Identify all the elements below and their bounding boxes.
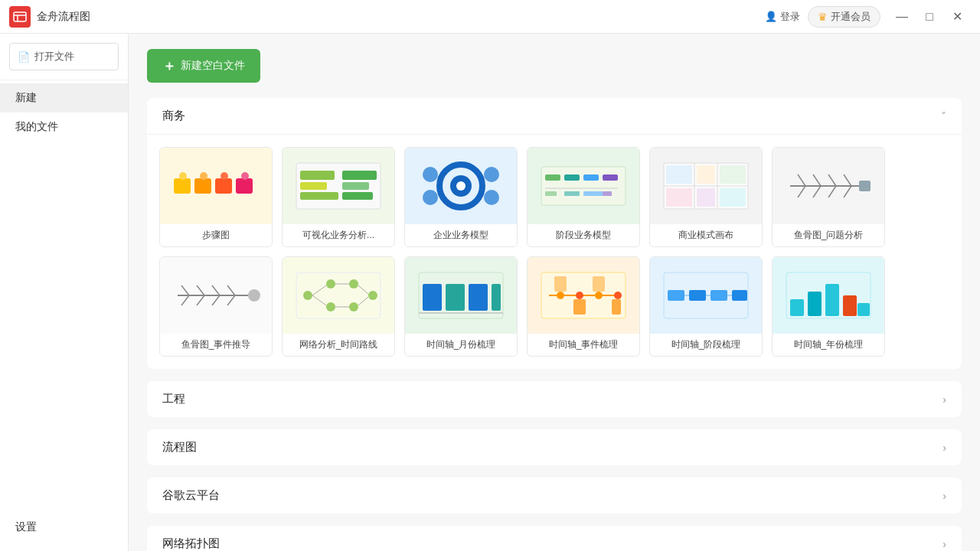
template-card-6[interactable]: 鱼骨图_问题分析: [772, 147, 885, 247]
svg-rect-93: [593, 276, 605, 292]
svg-rect-30: [603, 174, 618, 181]
chevron-icon-google-cloud: ›: [942, 490, 946, 502]
template-card-11[interactable]: 时间轴_阶段梳理: [649, 256, 763, 357]
template-thumb-9: [405, 257, 517, 334]
titlebar-right: 👤 登录 ♛ 开通会员 — □ ✕: [765, 3, 971, 31]
svg-rect-82: [469, 284, 488, 311]
svg-rect-6: [236, 178, 253, 194]
section-header-flowchart[interactable]: 流程图 ›: [147, 429, 962, 465]
template-grid: 步骤图 可视化业务分析... E: [159, 147, 949, 357]
svg-text:E: E: [459, 184, 463, 190]
svg-rect-108: [858, 303, 870, 316]
svg-point-8: [200, 172, 207, 180]
template-card-9[interactable]: 时间轴_月份梳理: [404, 256, 518, 357]
template-thumb-10: [528, 257, 639, 334]
template-label-12: 时间轴_年份梳理: [773, 334, 884, 356]
svg-line-54: [828, 186, 836, 197]
template-card-5[interactable]: 商业模式画布: [649, 147, 763, 247]
template-card-8[interactable]: 网络分析_时间路线: [282, 256, 395, 357]
svg-point-24: [423, 190, 438, 205]
section-title-google-cloud: 谷歌云平台: [162, 488, 220, 503]
svg-rect-40: [666, 165, 692, 184]
template-thumb-12: [773, 257, 884, 334]
content-area: ＋ 新建空白文件 商务 ˅ 步骤图: [129, 34, 980, 551]
template-thumb-11: [650, 257, 762, 334]
sidebar-item-my-files[interactable]: 我的文件: [0, 112, 128, 142]
crown-icon: ♛: [818, 11, 828, 23]
section-header-business[interactable]: 商务 ˅: [147, 98, 962, 135]
svg-rect-41: [697, 165, 715, 184]
svg-rect-13: [300, 182, 327, 190]
template-label-6: 鱼骨图_问题分析: [773, 224, 884, 246]
svg-rect-35: [603, 191, 612, 196]
svg-point-87: [557, 292, 564, 299]
chevron-icon-network-topo: ›: [942, 538, 946, 550]
login-button[interactable]: 👤 登录: [765, 10, 800, 24]
svg-line-61: [227, 285, 235, 295]
svg-rect-99: [732, 290, 747, 301]
template-card-10[interactable]: 时间轴_事件梳理: [527, 256, 640, 357]
template-thumb-5: [650, 148, 762, 224]
template-label-3: 企业业务模型: [405, 224, 517, 246]
svg-line-50: [828, 174, 836, 186]
section-header-engineering[interactable]: 工程 ›: [147, 381, 962, 417]
svg-rect-42: [720, 165, 746, 184]
svg-rect-105: [808, 292, 822, 316]
section-flowchart: 流程图 ›: [147, 429, 962, 465]
svg-point-57: [248, 289, 260, 302]
section-title-network-topo: 网络拓扑图: [162, 536, 220, 551]
svg-rect-45: [720, 188, 746, 207]
template-thumb-1: [160, 148, 272, 224]
member-button[interactable]: ♛ 开通会员: [808, 6, 880, 28]
svg-rect-29: [583, 174, 599, 181]
svg-rect-32: [545, 191, 557, 196]
sidebar-item-new[interactable]: 新建: [0, 83, 128, 112]
template-card-1[interactable]: 步骤图: [159, 147, 273, 247]
svg-rect-94: [612, 299, 621, 315]
chevron-icon-engineering: ›: [942, 393, 946, 406]
template-thumb-7: [160, 257, 272, 334]
svg-point-23: [484, 167, 499, 182]
template-thumb-8: [283, 257, 394, 334]
svg-point-22: [423, 167, 438, 182]
new-file-button[interactable]: ＋ 新建空白文件: [147, 49, 260, 83]
svg-rect-0: [14, 12, 26, 21]
template-card-2[interactable]: 可视化业务分析...: [282, 147, 395, 247]
svg-point-25: [484, 190, 499, 205]
template-label-9: 时间轴_月份梳理: [405, 334, 517, 356]
section-network-topo: 网络拓扑图 ›: [147, 526, 962, 551]
svg-rect-106: [825, 284, 839, 316]
minimize-button[interactable]: —: [888, 3, 916, 31]
user-icon: 👤: [765, 11, 777, 22]
open-file-button[interactable]: 📄 打开文件: [9, 43, 119, 70]
chevron-icon-flowchart: ›: [942, 442, 946, 454]
svg-line-53: [813, 186, 821, 197]
template-card-7[interactable]: 鱼骨图_事件推导: [159, 256, 273, 357]
template-thumb-4: [528, 148, 639, 224]
sidebar-divider: [0, 80, 128, 80]
svg-line-55: [844, 186, 851, 197]
template-thumb-2: [283, 148, 394, 224]
template-card-3[interactable]: E 企业业务模型: [404, 147, 518, 247]
svg-rect-43: [666, 188, 692, 207]
template-card-12[interactable]: 时间轴_年份梳理: [772, 256, 885, 357]
file-icon: 📄: [18, 51, 30, 63]
template-card-4[interactable]: 阶段业务模型: [527, 147, 640, 247]
svg-rect-81: [446, 284, 465, 311]
section-header-network-topo[interactable]: 网络拓扑图 ›: [147, 526, 962, 551]
template-label-11: 时间轴_阶段梳理: [650, 334, 762, 356]
template-label-4: 阶段业务模型: [528, 224, 639, 246]
svg-line-52: [798, 186, 805, 197]
window-controls: — □ ✕: [888, 3, 971, 31]
section-header-google-cloud[interactable]: 谷歌云平台 ›: [147, 478, 962, 514]
template-thumb-6: [773, 148, 884, 224]
svg-line-49: [813, 174, 821, 186]
app-logo: [9, 6, 31, 28]
restore-button[interactable]: □: [916, 3, 943, 31]
plus-icon: ＋: [162, 57, 176, 75]
svg-rect-96: [668, 290, 684, 301]
svg-rect-5: [215, 178, 232, 194]
svg-rect-3: [174, 178, 191, 194]
sidebar-item-settings[interactable]: 设置: [0, 513, 128, 542]
close-button[interactable]: ✕: [943, 3, 971, 31]
